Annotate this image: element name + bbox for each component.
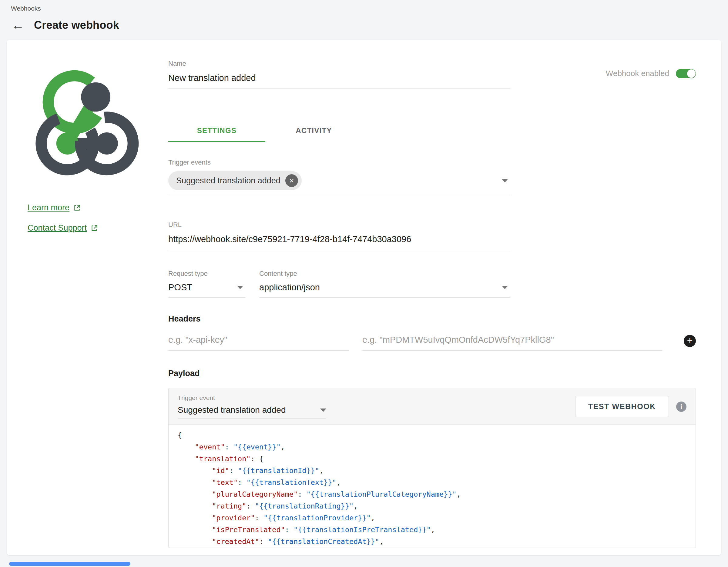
header-key-input[interactable] [168,331,349,350]
horizontal-scrollbar-thumb[interactable] [9,562,130,566]
webhook-enabled-label: Webhook enabled [606,69,669,78]
payload-title: Payload [168,369,696,378]
back-arrow-icon: ← [12,18,24,32]
name-input[interactable] [168,69,510,89]
name-label: Name [168,60,510,68]
back-button[interactable]: ← [10,19,25,32]
create-webhook-card: Learn more Contact Support Name [7,40,721,555]
contact-support-link[interactable]: Contact Support [28,223,98,233]
payload-code[interactable]: { "event": "{{event}}", "translation": {… [169,424,696,548]
content-type-select[interactable]: application/json [259,280,510,297]
info-glyph: i [680,403,682,410]
url-input[interactable] [168,231,510,250]
tabs: SETTINGS ACTIVITY [168,119,696,142]
trigger-events-select[interactable]: Suggested translation added × [168,168,510,195]
chip-remove-button[interactable]: × [285,174,298,187]
trigger-events-field: Trigger events Suggested translation add… [168,159,510,195]
payload-trigger-event-field: Trigger event Suggested translation adde… [178,394,326,419]
payload-panel-header: Trigger event Suggested translation adde… [169,388,696,424]
toggle-knob [687,69,696,78]
headers-row: + [168,331,696,350]
close-icon: × [289,176,294,186]
contact-support-label: Contact Support [28,223,87,233]
tab-settings[interactable]: SETTINGS [168,119,265,142]
dropdown-caret-icon [502,286,508,289]
content-type-label: Content type [259,270,510,278]
tab-activity[interactable]: ACTIVITY [265,119,362,142]
plus-icon: + [687,335,693,345]
right-column: Name Webhook enabled SETTINGS ACTIVITY T… [168,40,721,555]
left-column: Learn more Contact Support [7,40,168,555]
payload-trigger-event-label: Trigger event [178,394,326,401]
external-link-icon [73,204,81,212]
learn-more-label: Learn more [28,203,69,213]
type-row: Request type POST Content type applicati… [168,270,696,297]
side-links: Learn more Contact Support [28,203,168,233]
dropdown-caret-icon [502,179,508,183]
add-header-button[interactable]: + [684,335,696,347]
trigger-events-label: Trigger events [168,159,510,166]
request-type-field: Request type POST [168,270,246,297]
page-header: ← Create webhook [0,12,728,32]
chip-label: Suggested translation added [176,176,280,186]
external-link-icon [90,224,98,232]
payload-panel: Trigger event Suggested translation adde… [168,388,696,548]
request-type-value: POST [168,283,192,292]
headers-title: Headers [168,314,696,324]
test-webhook-button[interactable]: TEST WEBHOOK [575,396,669,417]
info-icon[interactable]: i [676,401,686,412]
url-field: URL [168,221,510,250]
header-value-input[interactable] [362,331,663,350]
name-field: Name [168,60,510,89]
webhook-logo [27,64,148,185]
request-type-label: Request type [168,270,246,278]
dropdown-caret-icon [320,408,326,412]
learn-more-link[interactable]: Learn more [28,203,81,213]
url-label: URL [168,221,510,229]
request-type-select[interactable]: POST [168,280,246,297]
webhook-enabled-toggle[interactable] [676,69,696,78]
content-type-field: Content type application/json [259,270,510,297]
dropdown-caret-icon [237,286,243,289]
content-type-value: application/json [259,283,320,292]
trigger-event-chip: Suggested translation added × [168,171,302,190]
payload-trigger-event-select[interactable]: Suggested translation added [178,403,326,419]
payload-trigger-event-value: Suggested translation added [178,405,286,415]
page-title: Create webhook [34,19,119,32]
breadcrumb[interactable]: Webhooks [0,0,728,12]
webhook-enabled-control: Webhook enabled [606,69,696,78]
